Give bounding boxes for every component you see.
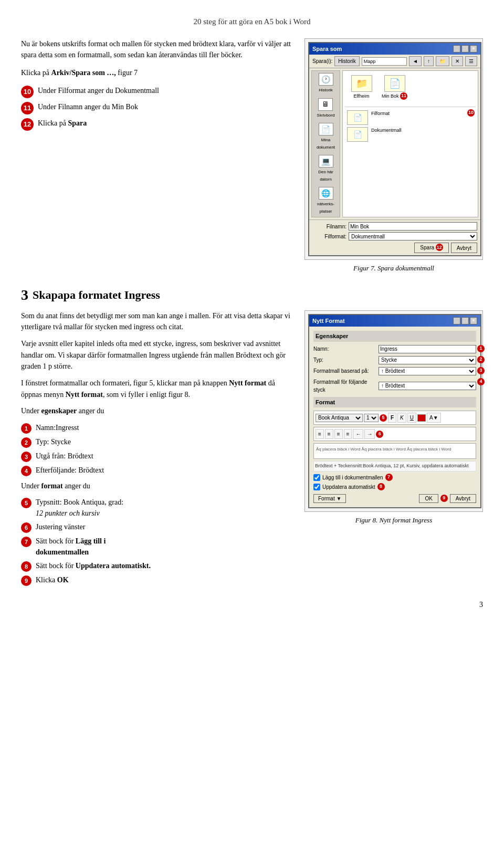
format-item-8: 8 Sätt bock för Uppdatera automatiskt. (21, 560, 294, 572)
properties-list: 1 Namn:Ingresst 2 Typ: Stycke 3 Utgå frå… (21, 422, 294, 476)
ok-button[interactable]: OK (419, 494, 438, 503)
top-left-content: Nu är bokens utskrifts format och mallen… (21, 38, 294, 274)
ok-avbryt-area: OK 9 Avbryt (419, 494, 476, 503)
section-3-left: Som du anat finns det betydligt mer som … (21, 310, 294, 589)
lagg-till-label: Lägg till i dokumentmallen (322, 474, 383, 481)
sidebar-network[interactable]: 🌐 nätverks­platser (313, 187, 339, 215)
file-minbok[interactable]: 📄 Min Bok 11 (380, 75, 409, 100)
format-preview-area: Åq placera bläck i Word Åq placera bläck… (313, 443, 476, 459)
badge-fig8-6: 6 (376, 431, 383, 438)
prop-text-2: Typ: Stycke (36, 436, 71, 447)
step-11-badge: 11 (21, 102, 34, 114)
format-text-8: Sätt bock för Uppdatera automatiskt. (36, 560, 151, 571)
toolbar-folder[interactable]: 📁 (436, 56, 449, 66)
avbryt-button[interactable]: Avbryt (450, 494, 476, 503)
avbryt-button[interactable]: Avbryt (451, 243, 477, 253)
filetype-label: Filformat: (312, 233, 346, 240)
prop-item-1: 1 Namn:Ingresst (21, 422, 294, 434)
sidebar-mydocs[interactable]: 📄 Mina dokument (313, 123, 339, 151)
namn-label: Namn: (313, 345, 376, 353)
titlebar-buttons: _ □ × (453, 45, 477, 53)
sidebar-desktop[interactable]: 🖥 Skrivbord (317, 98, 335, 119)
italic-button[interactable]: K (397, 413, 406, 423)
minimize-button[interactable]: _ (453, 45, 460, 53)
alignment-toolbar: ≡ ≡ ≡ ≡ ← → 6 (313, 427, 476, 441)
section-3-body: Som du anat finns det betydligt mer som … (21, 310, 483, 589)
file-filformat-row[interactable]: 📄 Filformat 10 (345, 109, 476, 126)
color-swatch[interactable] (417, 414, 426, 422)
baserad-label: Formatmall baserad på: (313, 367, 376, 375)
dialog-file-list: 📁 Elfheim 📄 Min Bok 11 📄 (342, 70, 478, 217)
format-dropdown-button[interactable]: Format ▼ (313, 494, 346, 503)
dialog-action-buttons: Spara 12 Avbryt (312, 243, 477, 253)
font-size-select[interactable]: 12 (364, 414, 379, 422)
lagg-till-row: Lägg till i dokumentmallen 7 (313, 474, 476, 481)
sidebar-mycomp[interactable]: 💻 Den här datorn (313, 155, 339, 183)
section3-para1: Som du anat finns det betydligt mer som … (21, 310, 294, 333)
section-3-title-text: Skapapa formatet Ingress (33, 286, 160, 303)
maximize-button[interactable]: □ (461, 45, 469, 53)
step-12-block: 12 Klicka på Spara (21, 118, 294, 131)
file-dokumentmall-row[interactable]: 📄 Dokumentmall (345, 126, 476, 143)
indent-more-btn[interactable]: → (364, 429, 375, 439)
foljande-select[interactable]: ↑ Brödtext (379, 382, 476, 390)
underline-button[interactable]: U (407, 413, 416, 423)
toolbar-path[interactable]: Mapp (362, 57, 407, 66)
format-badge-9: 9 (21, 575, 32, 586)
close-button[interactable]: × (470, 45, 477, 53)
history-icon: 🕐 (319, 73, 333, 86)
format-item-5: 5 Typsnitt: Book Antiqua, grad:12 punkte… (21, 497, 294, 519)
filetype-select[interactable]: Dokumentmall (349, 232, 477, 240)
toolbar-history[interactable]: Historik (334, 56, 359, 66)
font-color-btn[interactable]: A▼ (427, 413, 441, 423)
filename-input[interactable] (349, 222, 477, 231)
baserad-select[interactable]: ↑ Brödtext (379, 367, 476, 375)
align-right-btn[interactable]: ≡ (334, 429, 343, 439)
bold-button[interactable]: F (388, 413, 396, 423)
dialog-sidebar: 🕐 Historik 🖥 Skrivbord 📄 Mina dokument (311, 70, 340, 217)
format-description: Brödtext + Teckensnitt:Book Antiqua, 12 … (313, 461, 476, 472)
nytt-body: Egenskaper Namn: 1 Typ: Stycke 2 (309, 327, 480, 507)
sidebar-mydocs-label: Mina dokument (317, 138, 335, 150)
sidebar-history[interactable]: 🕐 Historik (319, 73, 333, 94)
spara-button[interactable]: Spara 12 (414, 243, 448, 253)
figure-8-container: Nytt Format _ □ × Egenskaper Namn: 1 (304, 310, 483, 589)
nytt-maximize[interactable]: □ (461, 317, 469, 324)
lagg-till-checkbox[interactable] (313, 474, 320, 481)
prop-item-3: 3 Utgå från: Brödtext (21, 451, 294, 462)
toolbar-back[interactable]: ◄ (409, 56, 422, 66)
font-name-select[interactable]: Book Antiqua (316, 414, 363, 422)
badge-fig8-9: 9 (440, 495, 448, 502)
mycomp-icon: 💻 (319, 155, 333, 167)
indent-less-btn[interactable]: ← (353, 429, 363, 439)
toolbar-delete[interactable]: ✕ (452, 56, 463, 66)
badge-fig8-3: 3 (477, 367, 485, 374)
align-left-btn[interactable]: ≡ (316, 429, 324, 439)
figure-7-container: Spara som _ □ × Spara(i): Historik Mapp … (304, 38, 483, 274)
align-justify-btn[interactable]: ≡ (344, 429, 352, 439)
align-center-btn[interactable]: ≡ (325, 429, 333, 439)
desktop-icon: 🖥 (318, 98, 333, 111)
toolbar-up[interactable]: ↑ (424, 56, 434, 66)
dialog-titlebar: Spara som _ □ × (309, 43, 480, 55)
top-section: Nu är bokens utskrifts format och mallen… (21, 38, 483, 274)
uppdatera-checkbox[interactable] (313, 484, 320, 490)
namn-input[interactable] (379, 345, 476, 353)
badge-fig8-2: 2 (477, 356, 485, 363)
baserad-row: Formatmall baserad på: ↑ Brödtext 3 (313, 367, 476, 375)
nytt-close[interactable]: × (470, 317, 477, 324)
section3-para3: I fönstret formatmallar och formateri, f… (21, 378, 294, 400)
nytt-minimize[interactable]: _ (453, 317, 460, 324)
typ-select[interactable]: Stycke (379, 356, 476, 364)
toolbar-views[interactable]: ☰ (465, 56, 477, 66)
prop-badge-2: 2 (21, 437, 32, 448)
intro-paragraph: Nu är bokens utskrifts format och mallen… (21, 38, 294, 61)
format-item-7: 7 Sätt bock för Lägg till idokumentmalle… (21, 536, 294, 558)
figure-8-caption: Figur 8. Nytt format Ingress (304, 515, 483, 526)
nytt-format-dialog: Nytt Format _ □ × Egenskaper Namn: 1 (308, 314, 481, 508)
step-12-text: Klicka på Spara (38, 118, 294, 129)
step-10-text: Under Filformat anger du Dokumentmall (38, 85, 294, 96)
badge-fig8-8: 8 (377, 483, 385, 490)
nytt-title-text: Nytt Format (312, 317, 345, 326)
file-elfheim[interactable]: 📁 Elfheim (347, 75, 376, 100)
